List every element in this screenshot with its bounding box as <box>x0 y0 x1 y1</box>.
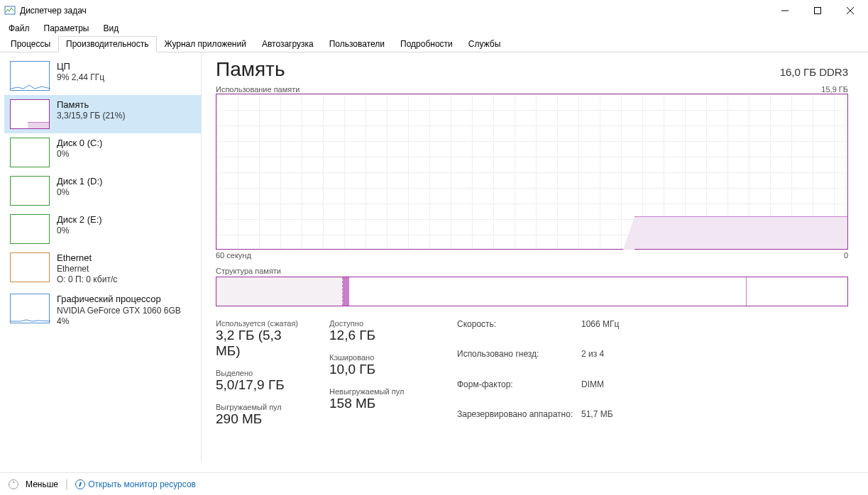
in-use-value: 3,2 ГБ (5,3 МБ) <box>216 328 301 359</box>
chevron-up-icon[interactable]: ˄ <box>9 479 18 489</box>
menu-view[interactable]: Вид <box>97 22 124 35</box>
tab-processes[interactable]: Процессы <box>3 36 58 52</box>
comp-standby <box>349 277 747 306</box>
gpu-sub2: 4% <box>57 316 181 327</box>
comp-free <box>747 277 847 306</box>
formfactor-label: Форм-фактор: <box>457 379 581 407</box>
comp-in-use <box>216 277 343 306</box>
monitor-icon <box>75 479 85 489</box>
disk2-title: Диск 2 (E:) <box>57 214 102 226</box>
gpu-thumb-icon <box>10 294 50 323</box>
disk1-sub: 0% <box>57 187 102 198</box>
svg-rect-2 <box>815 8 821 14</box>
tab-services[interactable]: Службы <box>461 36 508 52</box>
memory-title: Память <box>57 99 125 111</box>
disk0-sub: 0% <box>57 149 102 160</box>
cpu-sub: 9% 2,44 ГГц <box>57 72 104 83</box>
comp-modified <box>343 277 349 306</box>
page-title: Память <box>216 58 285 81</box>
cached-label: Кэшировано <box>329 353 429 362</box>
sidebar-item-cpu[interactable]: ЦП 9% 2,44 ГГц <box>4 57 201 95</box>
cached-value: 10,0 ГБ <box>329 362 429 377</box>
gpu-title: Графический процессор <box>57 294 181 305</box>
menu-options[interactable]: Параметры <box>38 22 95 35</box>
sidebar-item-disk2[interactable]: Диск 2 (E:) 0% <box>4 210 201 248</box>
axis-right: 0 <box>844 251 848 260</box>
ethernet-thumb-icon <box>10 252 50 282</box>
available-value: 12,6 ГБ <box>329 328 429 343</box>
sidebar-item-memory[interactable]: Память 3,3/15,9 ГБ (21%) <box>4 95 201 133</box>
ethernet-title: Ethernet <box>57 252 117 264</box>
sidebar-item-disk0[interactable]: Диск 0 (C:) 0% <box>4 133 201 172</box>
memory-composition[interactable] <box>216 277 848 306</box>
tab-performance[interactable]: Производительность <box>58 36 156 52</box>
reserved-value: 51,7 МБ <box>581 409 619 437</box>
usage-graph-max: 15,9 ГБ <box>821 85 848 94</box>
committed-label: Выделено <box>216 369 301 377</box>
sidebar: ЦП 9% 2,44 ГГц Память 3,3/15,9 ГБ (21%) … <box>4 52 202 462</box>
slots-label: Использовано гнезд: <box>457 349 581 377</box>
memory-thumb-icon <box>10 99 50 129</box>
open-monitor-label: Открыть монитор ресурсов <box>88 479 196 489</box>
available-label: Доступно <box>329 319 429 328</box>
tab-details[interactable]: Подробности <box>392 36 461 52</box>
usage-graph-label: Использование памяти <box>216 85 300 94</box>
memory-usage-graph[interactable] <box>216 94 848 250</box>
sidebar-item-ethernet[interactable]: Ethernet Ethernet О: 0 П: 0 кбит/с <box>4 248 201 289</box>
ethernet-sub1: Ethernet <box>57 264 117 274</box>
footer: ˄ Меньше | Открыть монитор ресурсов <box>0 472 868 495</box>
close-button[interactable] <box>834 0 867 21</box>
open-resource-monitor-link[interactable]: Открыть монитор ресурсов <box>75 479 196 489</box>
disk1-thumb-icon <box>10 176 50 206</box>
tab-app-history[interactable]: Журнал приложений <box>157 36 254 52</box>
gpu-sub1: NVIDIA GeForce GTX 1060 6GB <box>57 306 181 316</box>
window-title: Диспетчер задач <box>20 6 769 16</box>
disk2-sub: 0% <box>57 226 102 236</box>
menu-file[interactable]: Файл <box>3 22 35 35</box>
fewer-details-button[interactable]: Меньше <box>26 479 58 489</box>
memory-sub: 3,3/15,9 ГБ (21%) <box>57 111 125 121</box>
titlebar: Диспетчер задач <box>0 0 868 21</box>
tab-users[interactable]: Пользователи <box>322 36 392 52</box>
nonpaged-value: 158 МБ <box>329 396 429 411</box>
divider: | <box>65 478 68 491</box>
disk0-thumb-icon <box>10 138 50 167</box>
capacity-label: 16,0 ГБ DDR3 <box>780 66 848 78</box>
disk2-thumb-icon <box>10 214 50 244</box>
axis-left: 60 секунд <box>216 251 251 260</box>
speed-value: 1066 МГц <box>581 319 619 347</box>
menubar: Файл Параметры Вид <box>0 21 868 35</box>
disk1-title: Диск 1 (D:) <box>57 176 102 187</box>
speed-label: Скорость: <box>457 319 581 347</box>
in-use-label: Используется (сжатая) <box>216 319 301 328</box>
cpu-thumb-icon <box>10 61 50 91</box>
composition-label: Структура памяти <box>216 267 848 275</box>
main-panel: Память 16,0 ГБ DDR3 Использование памяти… <box>202 52 868 462</box>
disk0-title: Диск 0 (C:) <box>57 138 102 149</box>
sidebar-item-disk1[interactable]: Диск 1 (D:) 0% <box>4 172 201 210</box>
committed-value: 5,0/17,9 ГБ <box>216 377 301 393</box>
sidebar-item-gpu[interactable]: Графический процессор NVIDIA GeForce GTX… <box>4 289 201 330</box>
minimize-button[interactable] <box>769 0 801 21</box>
maximize-button[interactable] <box>801 0 834 21</box>
memory-usage-fill <box>634 216 847 249</box>
slots-value: 2 из 4 <box>581 349 619 377</box>
app-icon <box>4 5 16 16</box>
ethernet-sub2: О: 0 П: 0 кбит/с <box>57 274 117 285</box>
cpu-title: ЦП <box>57 61 104 72</box>
nonpaged-label: Невыгружаемый пул <box>329 387 429 396</box>
paged-value: 290 МБ <box>216 411 301 427</box>
paged-label: Выгружаемый пул <box>216 403 301 411</box>
tabstrip: Процессы Производительность Журнал прило… <box>0 35 868 52</box>
formfactor-value: DIMM <box>581 379 619 407</box>
tab-startup[interactable]: Автозагрузка <box>254 36 322 52</box>
reserved-label: Зарезервировано аппаратно: <box>457 409 581 437</box>
